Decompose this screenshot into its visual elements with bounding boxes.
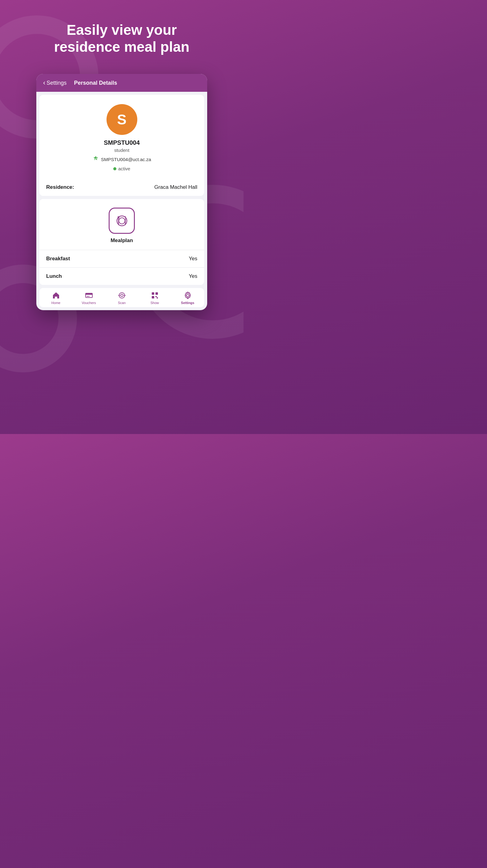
nav-header: ‹ Settings Personal Details	[36, 74, 207, 92]
residence-label: Residence:	[46, 184, 74, 190]
verified-badge-icon	[92, 155, 99, 163]
meal-label-lunch: Lunch	[46, 273, 62, 279]
svg-point-19	[187, 294, 189, 297]
profile-role: student	[114, 148, 129, 153]
tab-scan[interactable]: Scan	[105, 291, 138, 305]
page-title: Personal Details	[74, 80, 117, 86]
svg-rect-17	[156, 296, 157, 297]
residence-row: Residence: Graca Machel Hall	[39, 179, 204, 196]
tab-settings-label: Settings	[181, 301, 194, 305]
mealplan-section: Mealplan	[39, 199, 204, 250]
vouchers-icon	[85, 291, 93, 300]
profile-email: SMPSTU004@uct.ac.za	[101, 157, 151, 162]
mealplan-icon	[113, 213, 130, 229]
svg-rect-15	[156, 292, 158, 295]
tab-vouchers[interactable]: Vouchers	[72, 291, 105, 305]
svg-rect-14	[152, 292, 154, 295]
profile-section: S SMPSTU004 student SMPSTU004@uct.ac.za …	[39, 95, 204, 179]
tab-vouchers-label: Vouchers	[82, 301, 96, 305]
profile-card: S SMPSTU004 student SMPSTU004@uct.ac.za …	[39, 95, 204, 196]
home-icon	[52, 291, 60, 300]
svg-rect-7	[86, 293, 92, 295]
mealplan-label: Mealplan	[110, 238, 133, 244]
avatar: S	[106, 104, 137, 135]
status-dot-icon	[113, 167, 117, 170]
profile-name: SMPSTU004	[104, 139, 140, 146]
hero-section: Easily view your residence meal plan	[54, 22, 190, 56]
show-icon	[151, 291, 159, 300]
meal-row-lunch: Lunch Yes	[39, 267, 204, 285]
hero-title: Easily view your residence meal plan	[54, 22, 190, 56]
phone-card: ‹ Settings Personal Details S SMPSTU004 …	[36, 74, 207, 310]
tab-show[interactable]: Show	[138, 291, 171, 305]
svg-rect-18	[157, 297, 158, 299]
tab-bar: Home Vouchers	[39, 288, 204, 307]
tab-home-label: Home	[52, 301, 60, 305]
meal-value-breakfast: Yes	[189, 256, 197, 262]
meal-value-lunch: Yes	[189, 273, 197, 279]
residence-value: Graca Machel Hall	[154, 184, 197, 190]
tab-show-label: Show	[151, 301, 159, 305]
mealplan-card: Mealplan Breakfast Yes Lunch Yes	[39, 199, 204, 285]
email-row: SMPSTU004@uct.ac.za	[92, 155, 151, 163]
svg-point-11	[121, 294, 123, 297]
meal-label-breakfast: Breakfast	[46, 256, 70, 262]
chevron-left-icon: ‹	[43, 80, 45, 86]
back-button[interactable]: ‹ Settings	[43, 80, 66, 86]
meal-row-breakfast: Breakfast Yes	[39, 250, 204, 267]
status-text: active	[118, 166, 130, 171]
tab-home[interactable]: Home	[39, 291, 72, 305]
svg-rect-16	[152, 296, 154, 299]
svg-point-1	[119, 218, 125, 224]
back-label: Settings	[46, 80, 66, 86]
status-row: active	[113, 166, 130, 171]
mealplan-icon-wrapper	[109, 208, 135, 234]
tab-settings[interactable]: Settings	[171, 291, 204, 305]
settings-icon	[184, 291, 192, 300]
tab-scan-label: Scan	[118, 301, 126, 305]
scan-icon	[118, 291, 126, 300]
